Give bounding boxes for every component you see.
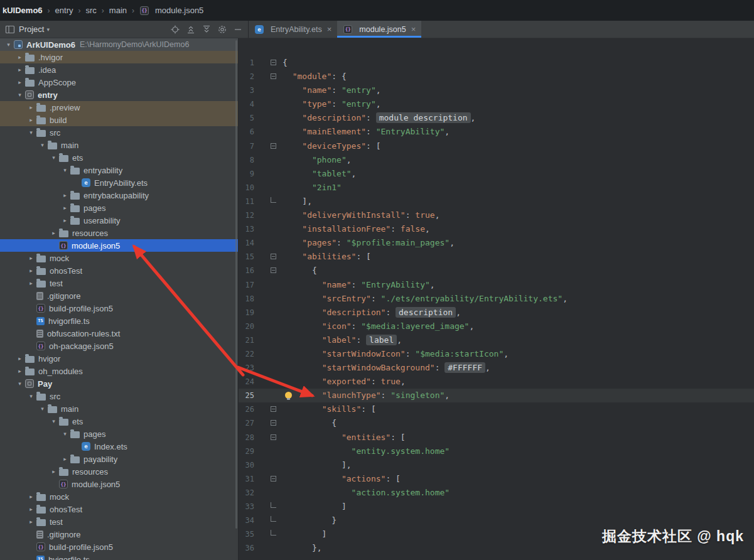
chevron-right-icon[interactable]: ▸ <box>49 230 58 236</box>
chevron-right-icon[interactable]: ▸ <box>26 519 36 525</box>
code-line-29[interactable]: 29 "entity.system.home" <box>239 444 754 458</box>
code-text[interactable]: "actions": [ <box>283 472 754 486</box>
tree-item-build[interactable]: ▸build <box>0 114 238 126</box>
code-text[interactable]: { <box>283 264 754 277</box>
tree-item-hvigorfile-ts[interactable]: TShvigorfile.ts <box>0 553 238 560</box>
code-line-21[interactable]: 21 "label": label, <box>239 333 754 347</box>
code-line-24[interactable]: 24 "exported": true, <box>239 375 754 389</box>
tree-item-build-profile-json5[interactable]: {}build-profile.json5 <box>0 302 238 315</box>
code-text[interactable]: "tablet", <box>283 167 754 181</box>
code-line-1[interactable]: 1{ <box>239 56 754 70</box>
code-line-20[interactable]: 20 "icon": "$media:layered_image", <box>239 320 754 333</box>
tree-item-oh-package-json5[interactable]: {}oh-package.json5 <box>0 340 238 352</box>
chevron-down-icon[interactable]: ▾ <box>38 142 47 148</box>
chevron-right-icon[interactable]: ▸ <box>60 205 70 211</box>
code-line-12[interactable]: 12 "deliveryWithInstall": true, <box>239 208 754 222</box>
code-text[interactable]: "installationFree": false, <box>283 222 754 236</box>
tree-item-hvigorfile-ts[interactable]: TShvigorfile.ts <box>0 315 238 327</box>
breadcrumb-item-module-json5[interactable]: {}module.json5 <box>138 6 205 15</box>
code-line-9[interactable]: 9 "tablet", <box>239 167 754 181</box>
tree-item-resources[interactable]: ▸resources <box>0 465 238 478</box>
code-text[interactable]: ] <box>283 527 754 541</box>
tree-item-userability[interactable]: ▸userability <box>0 214 238 227</box>
tree-item-gitignore[interactable]: .gitignore <box>0 528 238 541</box>
code-text[interactable]: ] <box>283 500 754 514</box>
tree-item-main[interactable]: ▾main <box>0 402 238 415</box>
tree-item-hvigor[interactable]: ▸hvigor <box>0 352 238 365</box>
code-text[interactable]: "2in1" <box>283 181 754 195</box>
code-line-18[interactable]: 18 "srcEntry": "./ets/entryability/Entry… <box>239 292 754 306</box>
tree-item-pages[interactable]: ▾pages <box>0 428 238 440</box>
tree-item-appscope[interactable]: ▸AppScope <box>0 76 238 89</box>
code-line-25[interactable]: 25 "launchType": "singleton", <box>239 389 754 402</box>
breadcrumb-item-entry[interactable]: entry <box>54 6 75 15</box>
chevron-right-icon[interactable]: ▸ <box>49 468 58 475</box>
code-text[interactable]: "action.system.home" <box>283 486 754 500</box>
tree-item-hvigor[interactable]: ▸.hvigor <box>0 51 238 63</box>
fold-collapse-icon[interactable] <box>271 143 276 149</box>
project-view-icon[interactable] <box>5 24 15 35</box>
tree-item-pages[interactable]: ▸pages <box>0 202 238 214</box>
chevron-right-icon[interactable]: ▸ <box>15 355 24 362</box>
chevron-down-icon[interactable]: ▾ <box>15 380 24 387</box>
code-text[interactable]: "srcEntry": "./ets/entryability/EntryAbi… <box>283 292 754 306</box>
chevron-right-icon[interactable]: ▸ <box>15 368 24 374</box>
tab-module-json5[interactable]: {}module.json5× <box>337 21 421 38</box>
chevron-down-icon[interactable]: ▾ <box>49 418 58 424</box>
breadcrumb-item-kuidemo6[interactable]: kUIDemo6 <box>1 6 44 15</box>
code-text[interactable]: "module": { <box>283 70 754 83</box>
close-icon[interactable]: × <box>411 24 416 34</box>
collapse-all-icon[interactable] <box>202 24 212 35</box>
code-text[interactable]: "icon": "$media:layered_image", <box>283 320 754 333</box>
chevron-right-icon[interactable]: ▸ <box>15 54 24 60</box>
code-text[interactable]: "phone", <box>283 153 754 167</box>
code-line-36[interactable]: 36 }, <box>239 541 754 555</box>
code-line-3[interactable]: 3 "name": "entry", <box>239 83 754 97</box>
fold-end-icon[interactable] <box>271 516 276 522</box>
tree-item-ets[interactable]: ▾ets <box>0 151 238 164</box>
code-text[interactable]: "exported": true, <box>283 375 754 389</box>
code-line-32[interactable]: 32 "action.system.home" <box>239 486 754 500</box>
code-line-30[interactable]: 30 ], <box>239 458 754 472</box>
tree-item-src[interactable]: ▾src <box>0 126 238 139</box>
chevron-right-icon[interactable]: ▸ <box>26 117 36 123</box>
code-text[interactable]: "mainElement": "EntryAbility", <box>283 125 754 139</box>
tree-item-module-json5[interactable]: {}module.json5 <box>0 239 238 252</box>
code-line-35[interactable]: 35 ] <box>239 527 754 541</box>
code-line-4[interactable]: 4 "type": "entry", <box>239 97 754 111</box>
chevron-right-icon[interactable]: ▸ <box>26 506 36 512</box>
fold-collapse-icon[interactable] <box>271 434 276 440</box>
code-line-2[interactable]: 2 "module": { <box>239 70 754 83</box>
code-line-31[interactable]: 31 "actions": [ <box>239 472 754 486</box>
code-text[interactable]: "startWindowIcon": "$media:startIcon", <box>283 347 754 361</box>
chevron-down-icon[interactable]: ▾ <box>26 129 36 136</box>
fold-end-icon[interactable] <box>271 502 276 508</box>
editor[interactable]: 1{2 "module": {3 "name": "entry",4 "type… <box>239 38 754 560</box>
code-line-28[interactable]: 28 "entities": [ <box>239 431 754 444</box>
fold-collapse-icon[interactable] <box>271 254 276 259</box>
chevron-down-icon[interactable]: ▾ <box>46 26 50 33</box>
code-text[interactable]: "skills": [ <box>283 402 754 416</box>
chevron-right-icon[interactable]: ▸ <box>26 104 36 110</box>
code-line-14[interactable]: 14 "pages": "$profile:main_pages", <box>239 236 754 250</box>
tree-item-index-ets[interactable]: eIndex.ets <box>0 440 238 453</box>
fold-collapse-icon[interactable] <box>271 73 276 79</box>
code-line-33[interactable]: 33 ] <box>239 500 754 514</box>
settings-icon[interactable] <box>217 24 227 35</box>
chevron-right-icon[interactable]: ▸ <box>26 255 36 261</box>
code-text[interactable]: { <box>283 416 754 430</box>
tree-item-obfuscation-rules-txt[interactable]: obfuscation-rules.txt <box>0 327 238 340</box>
code-text[interactable]: "pages": "$profile:main_pages", <box>283 236 754 250</box>
tree-item-preview[interactable]: ▸.preview <box>0 101 238 114</box>
chevron-down-icon[interactable]: ▾ <box>60 431 70 437</box>
chevron-right-icon[interactable]: ▸ <box>26 493 36 500</box>
code-line-26[interactable]: 26 "skills": [ <box>239 402 754 416</box>
tree-item-resources[interactable]: ▸resources <box>0 227 238 239</box>
fold-collapse-icon[interactable] <box>271 406 276 412</box>
code-text[interactable]: } <box>283 514 754 527</box>
code-line-27[interactable]: 27 { <box>239 416 754 430</box>
chevron-right-icon[interactable]: ▸ <box>60 217 70 223</box>
code-line-23[interactable]: 23 "startWindowBackground": #FFFFFF, <box>239 361 754 375</box>
hide-icon[interactable] <box>233 24 243 35</box>
code-line-16[interactable]: 16 { <box>239 264 754 277</box>
